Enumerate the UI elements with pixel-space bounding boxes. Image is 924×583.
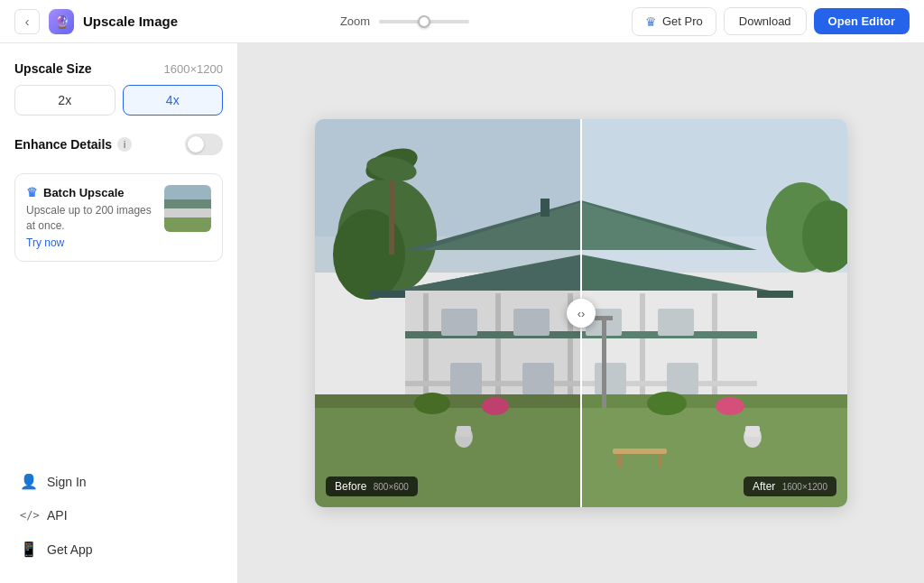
info-icon[interactable]: i — [117, 137, 132, 152]
download-button[interactable]: Download — [724, 7, 807, 35]
app-icon: 🔮 — [49, 9, 74, 34]
sidebar-navigation: 👤 Sign In </> API 📱 Get App — [14, 466, 223, 565]
svg-rect-63 — [405, 331, 581, 338]
svg-point-34 — [647, 392, 687, 415]
header-center: Zoom — [178, 14, 632, 28]
before-label: Before 800×600 — [326, 477, 418, 496]
get-pro-label: Get Pro — [662, 14, 703, 28]
batch-thumbnail — [164, 185, 211, 232]
enhance-details-row: Enhance Details i — [14, 134, 223, 155]
sidebar-item-getapp[interactable]: 📱 Get App — [14, 533, 223, 565]
batch-thumbnail-image — [164, 185, 211, 232]
svg-rect-37 — [595, 316, 613, 320]
sidebar-item-api[interactable]: </> API — [14, 501, 223, 530]
svg-rect-28 — [595, 363, 626, 394]
open-editor-label: Open Editor — [828, 14, 895, 28]
getapp-icon: 📱 — [20, 541, 38, 558]
svg-rect-44 — [745, 426, 760, 437]
download-label: Download — [739, 14, 791, 28]
comparison-container[interactable]: ‹› Before 800×600 After 1600×1200 — [315, 119, 847, 507]
before-text: Before — [335, 480, 366, 493]
api-icon: </> — [20, 509, 38, 522]
sidebar-spacer — [14, 280, 223, 466]
after-dim: 1600×1200 — [782, 482, 827, 492]
getapp-label: Get App — [47, 542, 93, 557]
open-editor-button[interactable]: Open Editor — [814, 8, 910, 34]
svg-rect-25 — [658, 309, 694, 336]
before-image — [315, 119, 581, 507]
header: ‹ 🔮 Upscale Image Zoom ♛ Get Pro Downloa… — [0, 0, 924, 43]
api-label: API — [47, 508, 68, 523]
svg-rect-38 — [613, 449, 667, 454]
svg-rect-29 — [667, 363, 698, 394]
svg-rect-36 — [602, 318, 606, 408]
batch-title: ♛ Batch Upscale — [26, 185, 155, 199]
size-4x-button[interactable]: 4x — [123, 85, 224, 116]
app-title: Upscale Image — [83, 14, 178, 29]
back-button[interactable]: ‹ — [14, 9, 40, 34]
svg-rect-39 — [617, 454, 622, 467]
batch-text: ♛ Batch Upscale Upscale up to 200 images… — [26, 185, 155, 250]
before-dim: 800×600 — [374, 482, 409, 492]
zoom-label: Zoom — [340, 14, 370, 28]
canvas-area: ‹› Before 800×600 After 1600×1200 — [238, 43, 924, 583]
svg-point-75 — [414, 393, 450, 414]
upscale-size-title: Upscale Size — [14, 61, 92, 76]
svg-rect-64 — [405, 381, 581, 386]
svg-rect-40 — [658, 454, 662, 467]
header-right: ♛ Get Pro Download Open Editor — [632, 7, 910, 36]
handle-icon: ‹› — [578, 307, 586, 320]
svg-rect-69 — [450, 363, 482, 394]
enhance-details-label: Enhance Details i — [14, 137, 132, 152]
comparison-handle[interactable]: ‹› — [567, 299, 596, 328]
header-left: ‹ 🔮 Upscale Image — [14, 9, 178, 34]
batch-crown-icon: ♛ — [26, 185, 38, 199]
crown-icon: ♛ — [645, 14, 657, 29]
svg-rect-85 — [457, 426, 471, 437]
upscale-size-section: Upscale Size 1600×1200 — [14, 61, 223, 76]
enhance-details-toggle[interactable] — [185, 134, 223, 155]
get-pro-button[interactable]: ♛ Get Pro — [632, 7, 716, 36]
batch-desc: Upscale up to 200 images at once. — [26, 203, 155, 234]
signin-label: Sign In — [47, 475, 87, 489]
upscale-size-value: 1600×1200 — [164, 62, 223, 76]
size-button-group: 2x 4x — [14, 85, 223, 116]
signin-icon: 👤 — [20, 473, 38, 490]
after-label: After 1600×1200 — [744, 477, 836, 496]
zoom-slider[interactable] — [379, 20, 469, 23]
batch-try-now-link[interactable]: Try now — [26, 236, 64, 249]
after-text: After — [753, 480, 775, 493]
sidebar-item-signin[interactable]: 👤 Sign In — [14, 466, 223, 497]
sidebar: Upscale Size 1600×1200 2x 4x Enhance Det… — [0, 43, 238, 583]
svg-rect-54 — [541, 199, 550, 217]
svg-point-35 — [716, 397, 744, 415]
before-image-svg — [315, 119, 581, 507]
svg-rect-70 — [522, 363, 554, 394]
batch-upscale-card: ♛ Batch Upscale Upscale up to 200 images… — [14, 173, 223, 262]
size-2x-button[interactable]: 2x — [14, 85, 116, 116]
svg-point-76 — [482, 397, 509, 415]
main-layout: Upscale Size 1600×1200 2x 4x Enhance Det… — [0, 43, 924, 583]
svg-rect-66 — [513, 309, 550, 336]
svg-rect-65 — [441, 309, 477, 336]
